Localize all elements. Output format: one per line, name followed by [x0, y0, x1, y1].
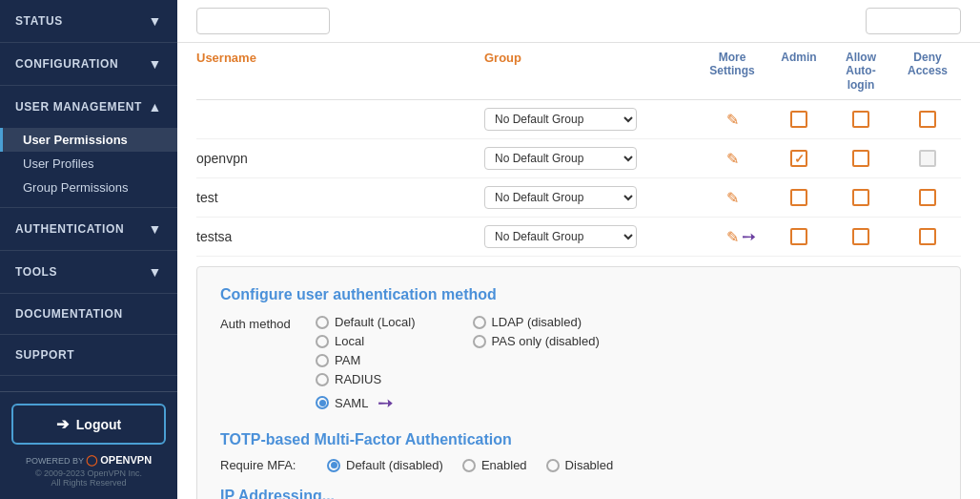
radio-dot-radius[interactable] [316, 373, 329, 386]
sidebar-status-label: STATUS [15, 14, 63, 28]
deny-checkbox-cell [894, 189, 961, 206]
table-row: test No Default Group ✎ [196, 178, 961, 218]
totp-row: Require MFA: Default (disabled) Enabled … [220, 458, 937, 472]
group-select[interactable]: No Default Group [484, 147, 637, 170]
username-cell: test [196, 190, 484, 205]
group-select[interactable]: No Default Group [484, 186, 637, 209]
admin-checkbox[interactable] [790, 228, 807, 245]
radio-item-local[interactable]: Local [316, 334, 416, 348]
radio-dot-ldap[interactable] [473, 316, 486, 329]
sidebar-status-header[interactable]: STATUS ▼ [0, 0, 177, 42]
chevron-down-icon: ▼ [149, 264, 162, 280]
username-cell: testsa [196, 229, 484, 244]
sidebar-item-user-permissions[interactable]: User Permissions [0, 128, 177, 152]
sidebar-item-user-profiles[interactable]: User Profiles [0, 152, 177, 176]
radio-dot-default-local[interactable] [316, 316, 329, 329]
edit-icon[interactable]: ✎ ➙ [726, 228, 739, 246]
totp-label: Require MFA: [220, 458, 316, 472]
radio-item-totp-default[interactable]: Default (disabled) [327, 458, 443, 472]
sidebar-authentication-header[interactable]: AUTHENTICATION ▼ [0, 208, 177, 250]
sidebar-configuration-header[interactable]: CONFIGURATION ▼ [0, 43, 177, 85]
deny-checkbox-cell [894, 150, 961, 167]
sidebar-user-management-label: USER MANAGEMENT [15, 100, 142, 114]
top-input-left[interactable] [196, 8, 330, 34]
radio-item-radius[interactable]: RADIUS [316, 372, 416, 386]
radio-label-totp-default: Default (disabled) [346, 458, 443, 472]
col-header-autologin: AllowAuto-login [827, 51, 894, 92]
table-row: openvpn No Default Group ✎ [196, 139, 961, 178]
radio-label-totp-disabled: Disabled [565, 458, 614, 472]
group-cell: No Default Group [484, 147, 694, 170]
deny-checkbox-cell [894, 228, 961, 245]
deny-checkbox[interactable] [919, 150, 936, 167]
admin-checkbox[interactable] [790, 189, 807, 206]
logout-icon: ➔ [56, 415, 69, 433]
deny-checkbox[interactable] [919, 111, 936, 128]
radio-dot-pam[interactable] [316, 354, 329, 367]
radio-dot-totp-enabled[interactable] [462, 459, 476, 472]
radio-label-saml: SAML [335, 396, 368, 410]
chevron-up-icon: ▲ [149, 99, 162, 114]
radio-label-default-local: Default (Local) [335, 315, 416, 329]
group-select[interactable]: No Default Group [484, 225, 637, 248]
sidebar-item-group-permissions[interactable]: Group Permissions [0, 176, 177, 199]
edit-icon-cell: ✎ [694, 189, 770, 207]
auth-method-label: Auth method [220, 315, 316, 331]
deny-checkbox[interactable] [919, 189, 936, 206]
sidebar-section-status: STATUS ▼ [0, 0, 177, 43]
radio-col-1: Default (Local) Local PAM RADIUS [316, 315, 416, 414]
sidebar-authentication-label: AUTHENTICATION [15, 222, 124, 236]
sidebar-tools-label: TOOLS [15, 265, 57, 279]
powered-by: POWERED BY ◯ OPENVPN [11, 454, 166, 467]
group-cell: No Default Group [484, 225, 694, 248]
sidebar-tools-header[interactable]: TOOLS ▼ [0, 251, 177, 293]
copyright: © 2009-2023 OpenVPN Inc. All Rights Rese… [11, 468, 166, 488]
radio-label-pam: PAM [335, 353, 360, 367]
radio-dot-local[interactable] [316, 335, 329, 348]
radio-columns: Default (Local) Local PAM RADIUS [316, 315, 600, 414]
edit-icon[interactable]: ✎ [726, 189, 739, 207]
logout-button[interactable]: ➔ Logout [11, 404, 166, 445]
autologin-checkbox[interactable] [852, 189, 869, 206]
logout-label: Logout [76, 417, 121, 432]
admin-checkbox[interactable] [790, 111, 807, 128]
radio-item-default-local[interactable]: Default (Local) [316, 315, 416, 329]
users-table: Username Group MoreSettings Admin AllowA… [177, 43, 980, 257]
radio-dot-totp-disabled[interactable] [546, 459, 560, 472]
sidebar-documentation-header[interactable]: DOCUMENTATION [0, 294, 177, 335]
admin-checkbox-cell [770, 228, 827, 245]
radio-item-totp-disabled[interactable]: Disabled [546, 458, 614, 472]
sidebar-support-label: SUPPORT [15, 348, 74, 362]
edit-icon[interactable]: ✎ [726, 150, 739, 168]
radio-item-saml[interactable]: SAML ➙ [316, 391, 416, 414]
radio-item-totp-enabled[interactable]: Enabled [462, 458, 527, 472]
autologin-checkbox-cell [827, 189, 894, 206]
edit-icon[interactable]: ✎ [726, 111, 739, 129]
radio-dot-saml[interactable] [316, 396, 329, 409]
chevron-down-icon: ▼ [149, 56, 162, 72]
sidebar-section-tools: TOOLS ▼ [0, 251, 177, 294]
radio-item-pas[interactable]: PAS only (disabled) [473, 334, 600, 348]
table-header: Username Group MoreSettings Admin AllowA… [196, 43, 961, 100]
totp-title: TOTP-based Multi-Factor Authentication [220, 431, 937, 448]
chevron-down-icon: ▼ [149, 221, 162, 237]
chevron-down-icon: ▼ [149, 13, 162, 29]
admin-checkbox[interactable] [790, 150, 807, 167]
arrow-indicator: ➙ [742, 226, 756, 247]
sidebar-user-management-header[interactable]: USER MANAGEMENT ▲ [0, 86, 177, 128]
radio-dot-totp-default[interactable] [327, 459, 340, 472]
autologin-checkbox[interactable] [852, 150, 869, 167]
admin-checkbox-cell [770, 111, 827, 128]
radio-item-ldap[interactable]: LDAP (disabled) [473, 315, 600, 329]
autologin-checkbox-cell [827, 150, 894, 167]
radio-label-ldap: LDAP (disabled) [492, 315, 582, 329]
group-cell: No Default Group [484, 108, 694, 131]
radio-dot-pas[interactable] [473, 335, 486, 348]
autologin-checkbox[interactable] [852, 228, 869, 245]
autologin-checkbox[interactable] [852, 111, 869, 128]
group-select[interactable]: No Default Group [484, 108, 637, 131]
sidebar-support-header[interactable]: SUPPORT [0, 335, 177, 376]
deny-checkbox[interactable] [919, 228, 936, 245]
radio-item-pam[interactable]: PAM [316, 353, 416, 367]
radio-label-radius: RADIUS [335, 372, 381, 386]
